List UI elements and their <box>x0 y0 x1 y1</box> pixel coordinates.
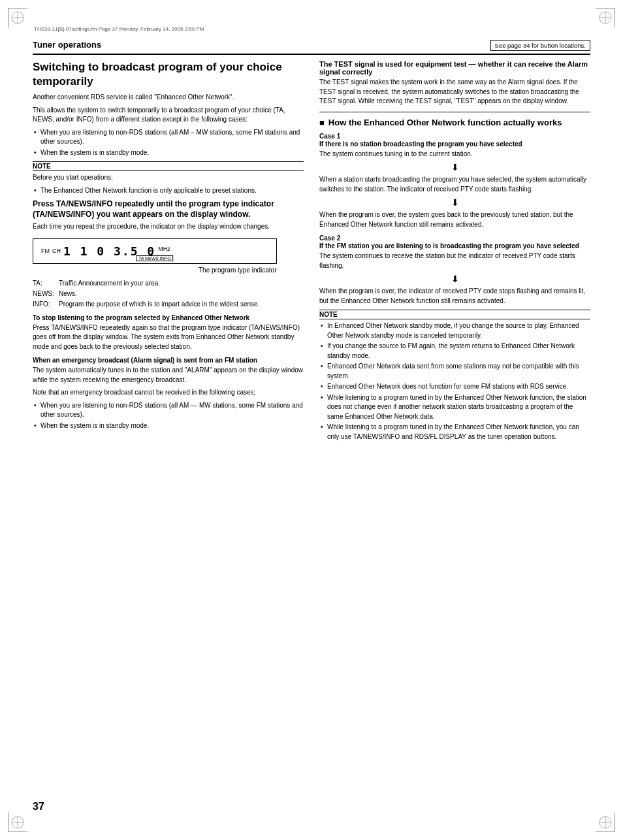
list-item: Enhanced Other Network data sent from so… <box>319 362 590 381</box>
corner-circle-tr <box>598 10 613 25</box>
main-heading: Switching to broadcast program of your c… <box>33 60 304 89</box>
stop-heading: To stop listening to the program selecte… <box>33 314 304 321</box>
case2-p1: The system continues to receive the stat… <box>319 251 590 270</box>
display-caption: The program type indicator <box>33 267 277 274</box>
intro-p1: Another convenient RDS service is called… <box>33 93 304 103</box>
ta-rows: TA: Traffic Announcement in your area. N… <box>33 279 304 309</box>
right-column: The TEST signal is used for equipment te… <box>319 60 590 445</box>
arrow-down-1: ⬇ <box>319 162 590 173</box>
list-item: If you change the source to FM again, th… <box>319 342 590 361</box>
ta-row-info: INFO: Program the purpose of which is to… <box>33 300 304 309</box>
file-info: THS33-11[B]-07settings.fm Page 37 Monday… <box>33 26 590 32</box>
ta-key: TA: <box>33 279 59 288</box>
corner-circle-tl <box>10 10 25 25</box>
case1-p1: The system continues tuning in to the cu… <box>319 150 590 159</box>
display-indicator: TA NEWS INFO <box>136 255 174 261</box>
press-heading: Press TA/NEWS/INFO repeatedly until the … <box>33 199 304 219</box>
page-number: 37 <box>33 801 44 813</box>
note-text: Before you start operations; <box>33 173 304 183</box>
list-item: Enhanced Other Network does not function… <box>319 382 590 392</box>
list-item: When the system is in standby mode. <box>33 421 304 431</box>
display-fm-label: FM <box>41 248 50 254</box>
eon-heading: How the Enhanced Other Network function … <box>319 118 590 127</box>
display-mhz: MHz <box>158 246 170 252</box>
intro-p2: This allows the system to switch tempora… <box>33 106 304 125</box>
test-body: The TEST signal makes the system work in… <box>319 78 590 106</box>
corner-circle-br <box>598 815 613 830</box>
arrow-down-3: ⬇ <box>319 274 590 285</box>
case1-p3: When the program is over, the system goe… <box>319 210 590 229</box>
alarm-bullets: When you are listening to non-RDS statio… <box>33 401 304 431</box>
note-bullets: The Enhanced Other Network function is o… <box>33 186 304 196</box>
list-item: When you are listening to non-RDS statio… <box>33 401 304 420</box>
ta-val: Traffic Announcement in your area. <box>59 279 304 288</box>
ta-val: News. <box>59 289 304 299</box>
case2-subtitle: If the FM station you are listening to i… <box>319 242 590 250</box>
case1-p2: When a station starts broadcasting the p… <box>319 175 590 194</box>
case2-title: Case 2 <box>319 234 590 242</box>
left-column: Switching to broadcast program of your c… <box>33 60 304 445</box>
ta-key: INFO: <box>33 300 59 309</box>
case2-p2: When the program is over, the indicator … <box>319 287 590 306</box>
list-item: When you are listening to non-RDS statio… <box>33 128 304 147</box>
section-divider <box>319 112 590 112</box>
section-title: Tuner operations <box>33 40 101 50</box>
alarm-heading: When an emergency broadcast (Alarm signa… <box>33 357 304 364</box>
ta-row-ta: TA: Traffic Announcement in your area. <box>33 279 304 288</box>
intro-bullets: When you are listening to non-RDS statio… <box>33 128 304 158</box>
content-columns: Switching to broadcast program of your c… <box>33 60 590 445</box>
note-label: NOTE <box>33 161 304 171</box>
stop-body: Press TA/NEWS/INFO repeatedly again so t… <box>33 323 304 352</box>
page: THS33-11[B]-07settings.fm Page 37 Monday… <box>0 0 623 840</box>
corner-circle-bl <box>10 815 25 830</box>
display-window: FM CH 1 1 0 3.5 0 MHz TA NEWS INFO <box>33 238 277 264</box>
right-note-label: NOTE <box>319 310 590 319</box>
note-box: NOTE Before you start operations; The En… <box>33 161 304 195</box>
right-note-box: NOTE In Enhanced Other Network standby m… <box>319 310 590 442</box>
list-item: While listening to a program tuned in by… <box>319 423 590 442</box>
ta-val: Program the purpose of which is to impar… <box>59 300 304 309</box>
arrow-down-2: ⬇ <box>319 197 590 208</box>
case1-title: Case 1 <box>319 133 590 140</box>
right-note-bullets: In Enhanced Other Network standby mode, … <box>319 321 590 442</box>
page-reference-note: See page 34 for button locations. <box>490 40 590 51</box>
ta-key: NEWS: <box>33 289 59 299</box>
list-item: When the system is in standby mode. <box>33 148 304 158</box>
list-item: While listening to a program tuned in by… <box>319 393 590 422</box>
alarm-body2: Note that an emergency broadcast cannot … <box>33 388 304 398</box>
display-ch-label: CH <box>52 248 61 254</box>
list-item: The Enhanced Other Network function is o… <box>33 186 304 196</box>
page-header: Tuner operations See page 34 for button … <box>33 40 590 55</box>
list-item: In Enhanced Other Network standby mode, … <box>319 321 590 340</box>
press-body: Each time you repeat the procedure, the … <box>33 222 304 232</box>
test-heading: The TEST signal is used for equipment te… <box>319 60 590 76</box>
case1-subtitle: If there is no station broadcasting the … <box>319 140 590 148</box>
alarm-body1: The system automatically tunes in to the… <box>33 366 304 385</box>
ta-row-news: NEWS: News. <box>33 289 304 299</box>
